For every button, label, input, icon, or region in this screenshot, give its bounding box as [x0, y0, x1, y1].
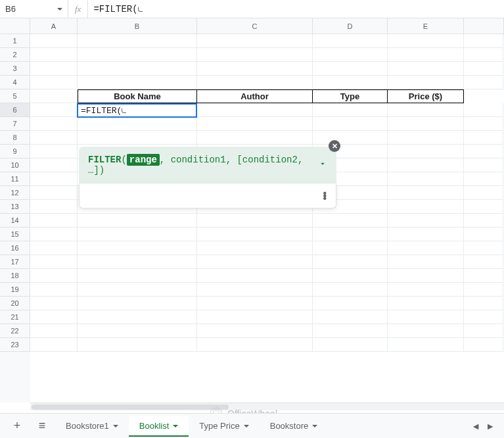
horizontal-scrollbar[interactable]: [30, 402, 504, 410]
row-header-23[interactable]: 23: [0, 338, 30, 352]
cell[interactable]: [464, 255, 503, 269]
cell[interactable]: [388, 186, 464, 200]
close-icon[interactable]: ✕: [329, 140, 340, 152]
cell[interactable]: [313, 297, 388, 310]
cell[interactable]: [388, 310, 464, 324]
cell[interactable]: [30, 310, 78, 324]
cell[interactable]: [464, 103, 503, 117]
sheet-tab-booklist[interactable]: Booklist: [129, 416, 189, 437]
cell[interactable]: [313, 76, 388, 89]
chevron-down-icon[interactable]: [318, 159, 327, 171]
row-header-19[interactable]: 19: [0, 283, 30, 297]
cell[interactable]: [197, 338, 313, 352]
cell[interactable]: [78, 76, 197, 89]
cell[interactable]: [30, 283, 78, 297]
cell[interactable]: [388, 48, 464, 62]
cell[interactable]: [313, 324, 388, 338]
cell[interactable]: [78, 324, 197, 338]
cell[interactable]: [388, 158, 464, 172]
cell[interactable]: [78, 297, 197, 310]
cell[interactable]: [464, 324, 503, 338]
cell[interactable]: [464, 228, 503, 241]
chevron-down-icon[interactable]: [57, 8, 62, 11]
tab-prev-button[interactable]: ◄: [471, 421, 480, 431]
chevron-down-icon[interactable]: [244, 425, 249, 427]
cell[interactable]: [464, 241, 503, 255]
cells-area[interactable]: Book Name Author Type Price ($) =FILTER(: [30, 34, 504, 402]
cell[interactable]: [388, 131, 464, 145]
cell[interactable]: [78, 269, 197, 283]
cell[interactable]: [464, 200, 503, 214]
cell[interactable]: [313, 310, 388, 324]
cell-a5[interactable]: [30, 89, 78, 103]
row-header-16[interactable]: 16: [0, 241, 30, 255]
cell[interactable]: [464, 310, 503, 324]
cell[interactable]: [388, 172, 464, 186]
cell[interactable]: [313, 62, 388, 76]
cell[interactable]: [30, 131, 78, 145]
row-header-4[interactable]: 4: [0, 76, 30, 89]
cell[interactable]: [197, 214, 313, 228]
cell[interactable]: [388, 145, 464, 158]
row-header-21[interactable]: 21: [0, 310, 30, 324]
name-box[interactable]: B6: [0, 0, 68, 18]
cell[interactable]: [30, 200, 78, 214]
cell[interactable]: [78, 34, 197, 48]
row-header-15[interactable]: 15: [0, 228, 30, 241]
scrollbar-thumb[interactable]: [32, 404, 229, 410]
cell[interactable]: [388, 103, 464, 117]
cell[interactable]: [30, 241, 78, 255]
cell[interactable]: [78, 48, 197, 62]
cell[interactable]: [197, 62, 313, 76]
row-header-18[interactable]: 18: [0, 269, 30, 283]
cell[interactable]: [388, 255, 464, 269]
cell[interactable]: [464, 269, 503, 283]
all-sheets-button[interactable]: ≡: [30, 417, 54, 435]
cell[interactable]: [464, 172, 503, 186]
sheet-tab-type-price[interactable]: Type Price: [189, 416, 259, 437]
formula-input[interactable]: =FILTER(: [88, 4, 504, 14]
cell[interactable]: [30, 297, 78, 310]
sheet-tab-bookstore1[interactable]: Bookstore1: [55, 416, 129, 437]
row-header-2[interactable]: 2: [0, 48, 30, 62]
cell[interactable]: [464, 186, 503, 200]
cell[interactable]: [197, 310, 313, 324]
row-header-9[interactable]: 9: [0, 145, 30, 158]
cell[interactable]: [30, 255, 78, 269]
cell-d5[interactable]: Type: [313, 89, 388, 103]
sheet-tab-bookstore[interactable]: Bookstore: [260, 416, 329, 437]
row-header-17[interactable]: 17: [0, 255, 30, 269]
cell[interactable]: [197, 255, 313, 269]
cell[interactable]: [197, 228, 313, 241]
chevron-down-icon[interactable]: [173, 425, 178, 427]
cell[interactable]: [197, 76, 313, 89]
cell[interactable]: [197, 241, 313, 255]
cell[interactable]: [313, 241, 388, 255]
cell[interactable]: [388, 62, 464, 76]
cell[interactable]: [197, 131, 313, 145]
cell[interactable]: [313, 269, 388, 283]
cell[interactable]: [30, 103, 78, 117]
cell[interactable]: [30, 338, 78, 352]
cell[interactable]: [30, 186, 78, 200]
cell[interactable]: [30, 158, 78, 172]
cell[interactable]: [388, 228, 464, 241]
cell[interactable]: [30, 76, 78, 89]
row-header-10[interactable]: 10: [0, 158, 30, 172]
cell[interactable]: [388, 324, 464, 338]
cell[interactable]: [30, 62, 78, 76]
add-sheet-button[interactable]: +: [5, 417, 29, 435]
cell[interactable]: [313, 34, 388, 48]
cell[interactable]: [464, 297, 503, 310]
select-all-corner[interactable]: [0, 18, 30, 34]
cell[interactable]: [313, 103, 388, 117]
cell[interactable]: [78, 255, 197, 269]
col-header-e[interactable]: E: [388, 18, 464, 34]
chevron-down-icon[interactable]: [312, 425, 317, 427]
row-header-6[interactable]: 6: [0, 103, 30, 117]
col-header-d[interactable]: D: [313, 18, 388, 34]
cell[interactable]: [464, 145, 503, 158]
cell[interactable]: [197, 103, 313, 117]
cell[interactable]: [313, 131, 388, 145]
cell[interactable]: [78, 214, 197, 228]
